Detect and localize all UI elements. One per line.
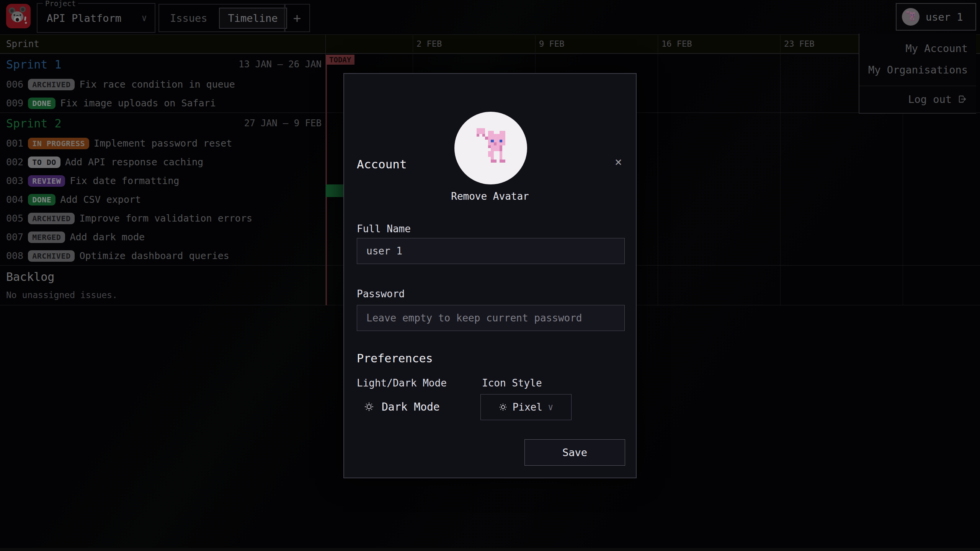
preferences-heading: Preferences [357,352,433,365]
avatar-preview [454,112,527,184]
icon-style-select[interactable]: Pixel ∨ [480,394,572,420]
icon-style-label: Icon Style [482,377,542,389]
theme-toggle-button[interactable]: Dark Mode [358,397,446,416]
modal-title: Account [357,157,407,171]
theme-value: Dark Mode [382,401,440,413]
close-icon[interactable]: × [615,156,622,168]
sun-icon [364,402,374,412]
chevron-down-icon: ∨ [548,402,553,412]
full-name-input[interactable] [357,238,625,264]
password-input[interactable] [357,305,625,331]
theme-label: Light/Dark Mode [357,377,447,389]
app-window: Project API Platform ∨ IssuesTimeline + [0,0,980,551]
sun-icon [499,403,507,411]
full-name-label: Full Name [357,223,411,235]
icon-style-value: Pixel [513,401,542,413]
account-modal: Account × Remove Avatar Full Name Passwo… [343,73,637,478]
password-label: Password [357,288,405,300]
remove-avatar-button[interactable]: Remove Avatar [344,191,636,202]
mew-avatar-icon [468,125,514,171]
save-button[interactable]: Save [524,439,625,466]
